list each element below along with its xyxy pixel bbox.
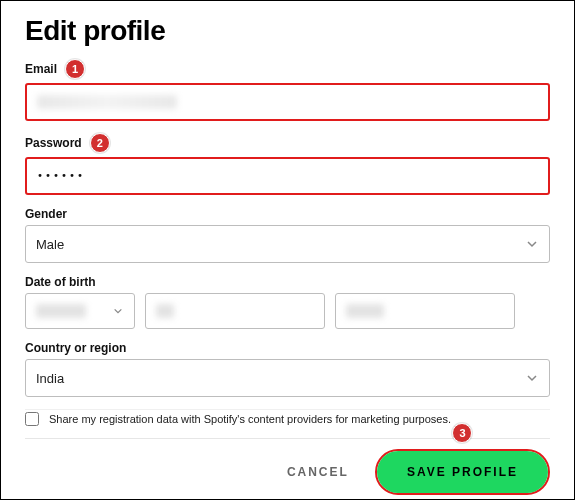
save-profile-button[interactable]: SAVE PROFILE <box>377 451 548 493</box>
actions-row: CANCEL 3 SAVE PROFILE <box>25 449 550 495</box>
country-select[interactable]: India <box>25 359 550 397</box>
gender-label: Gender <box>25 207 67 221</box>
cancel-button[interactable]: CANCEL <box>275 455 361 489</box>
password-label: Password <box>25 136 82 150</box>
gender-group: Gender Male <box>25 207 550 263</box>
marketing-checkbox-row: Share my registration data with Spotify'… <box>25 409 550 426</box>
dob-label: Date of birth <box>25 275 96 289</box>
password-value: •••••• <box>37 158 85 194</box>
gender-select[interactable]: Male <box>25 225 550 263</box>
marketing-label: Share my registration data with Spotify'… <box>49 413 451 425</box>
email-label: Email <box>25 62 57 76</box>
dob-day-input[interactable] <box>145 293 325 329</box>
email-value-redacted <box>37 95 177 109</box>
annotation-badge-3: 3 <box>452 423 472 443</box>
gender-value: Male <box>36 237 64 252</box>
email-group: Email 1 <box>25 59 550 121</box>
dob-year-value-redacted <box>346 304 384 318</box>
email-input[interactable] <box>25 83 550 121</box>
annotation-badge-1: 1 <box>65 59 85 79</box>
divider <box>25 438 550 439</box>
save-highlight: 3 SAVE PROFILE <box>375 449 550 495</box>
marketing-checkbox[interactable] <box>25 412 39 426</box>
dob-month-value-redacted <box>36 304 86 318</box>
dob-group: Date of birth <box>25 275 550 329</box>
annotation-badge-2: 2 <box>90 133 110 153</box>
password-input[interactable]: •••••• <box>25 157 550 195</box>
password-group: Password 2 •••••• <box>25 133 550 195</box>
dob-year-input[interactable] <box>335 293 515 329</box>
country-value: India <box>36 371 64 386</box>
page-title: Edit profile <box>25 15 550 47</box>
dob-month-select[interactable] <box>25 293 135 329</box>
country-group: Country or region India <box>25 341 550 397</box>
country-label: Country or region <box>25 341 126 355</box>
dob-day-value-redacted <box>156 304 174 318</box>
